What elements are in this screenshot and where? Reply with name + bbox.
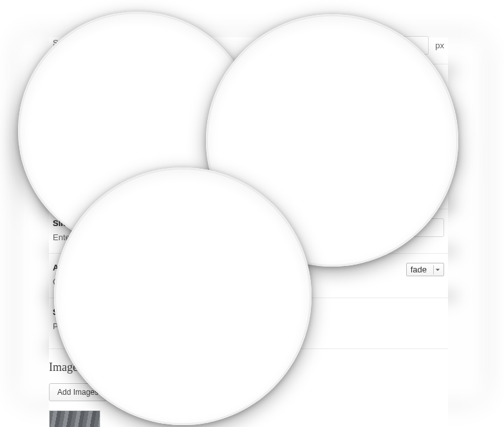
width-unit: px — [435, 41, 444, 50]
anim-select-value: fade — [409, 265, 428, 274]
anim-select[interactable]: fade — [406, 263, 444, 276]
chevron-down-icon — [433, 265, 441, 274]
gallery-thumbnail[interactable] — [49, 410, 100, 427]
magnifier-lens — [54, 167, 312, 425]
